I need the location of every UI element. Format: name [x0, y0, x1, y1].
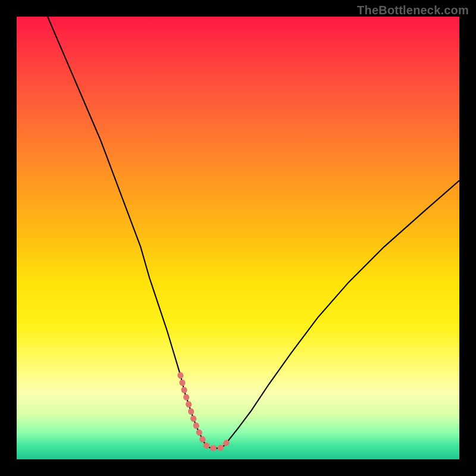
optimal-zone-highlight: [180, 375, 229, 449]
chart-svg: [17, 17, 459, 459]
chart-frame: TheBottleneck.com: [0, 0, 476, 476]
plot-area: [17, 17, 459, 459]
bottleneck-curve: [48, 17, 459, 448]
watermark-label: TheBottleneck.com: [357, 4, 469, 17]
